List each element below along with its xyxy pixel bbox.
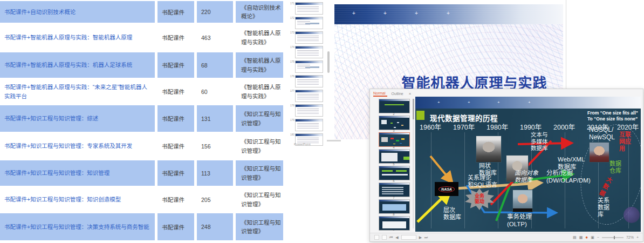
- book-name-cell: 《智能机器人原理与实践》: [236, 52, 283, 78]
- page-indicator-box[interactable]: [401, 235, 416, 240]
- slide-number-label: 179: [290, 119, 294, 122]
- courseware-title-link[interactable]: 书配课件+知识工程与知识管理：综述: [0, 105, 155, 132]
- table-row: 书配课件+知识工程与知识管理：综述 书配课件 131 《知识工程与知识管理》: [0, 105, 283, 132]
- slide-thumbnail-item[interactable]: 178: [290, 104, 324, 116]
- courseware-count-cell: 60: [197, 78, 233, 105]
- slide-thumbnail-item[interactable]: 9: [379, 216, 410, 231]
- table-row: 书配课件+自动识别技术概论 书配课件 220 《自动识别技术概论》: [0, 1, 283, 23]
- slide-thumbnail-item[interactable]: 172: [290, 17, 324, 28]
- courseware-type-cell: 书配课件: [157, 52, 194, 78]
- banner-plus-mark: +: [447, 11, 450, 16]
- label-internet-app: 互联 网应 用: [619, 131, 632, 153]
- label-rel-theory: 关系理论 和SQL语言: [468, 174, 497, 188]
- table-row: 书配课件+知识工程与知识管理：知识管理 书配课件 113 《知识工程与知识管理》: [0, 160, 283, 186]
- nav-first-icon[interactable]: ⏮: [389, 235, 393, 240]
- slide-number-label: 173: [290, 31, 294, 34]
- courseware-count-cell: 156: [197, 132, 233, 160]
- arrow-orange: [430, 156, 451, 181]
- slide-thumbnail-preview[interactable]: [295, 46, 323, 58]
- slide-thumbnail-preview[interactable]: [379, 183, 410, 197]
- slide-thumbnail-preview[interactable]: [295, 17, 323, 29]
- table-row: 书配课件+知识工程与知识管理：决策支持系统与商务智能 书配课件 248 《知识工…: [0, 213, 283, 240]
- record-icon[interactable]: ●: [585, 235, 588, 240]
- courseware-type-cell: 书配课件: [157, 78, 194, 105]
- courseware-title-link[interactable]: 书配课件+智能机器人原理与实践：智能机器人原理: [0, 23, 155, 52]
- slide-thumbnail-item[interactable]: 179: [290, 119, 324, 130]
- slide-thumbnail-preview[interactable]: [379, 216, 410, 231]
- book-name-cell: 《知识工程与知识管理》: [236, 105, 283, 132]
- nav-next-icon[interactable]: ▶: [419, 235, 422, 240]
- book-name-cell: 《智能机器人原理与实践》: [236, 78, 283, 105]
- app-status-text: PowerPoint: [294, 143, 311, 146]
- slide-thumbnail-preview[interactable]: [295, 2, 323, 15]
- slide-content-area: 现代数据管理的历程 From “One size fits all” To “O…: [415, 109, 641, 232]
- slide-number-label: 178: [290, 104, 294, 107]
- zoom-out-button[interactable]: −: [597, 235, 599, 239]
- label-rel-db: 关系 数据 库: [598, 197, 611, 219]
- banner-plus-mark: +: [437, 100, 440, 105]
- slide-thumbnail-item[interactable]: 7: [379, 183, 410, 199]
- slide-thumbnail-preview[interactable]: [379, 132, 410, 147]
- slide-thumbnail-item[interactable]: 177: [290, 90, 324, 101]
- thumbnail-scrollbar-thumb[interactable]: [413, 99, 414, 119]
- slide-thumbnail-preview[interactable]: [379, 166, 410, 180]
- courseware-title-link[interactable]: 书配课件+知识工程与知识管理：专家系统及其开发: [0, 132, 155, 160]
- book-name-cell: 《自动识别技术概论》: [236, 1, 283, 23]
- slide-thumbnail-preview[interactable]: [379, 116, 410, 130]
- slide-thumbnail-preview[interactable]: [295, 104, 323, 117]
- slide-thumbnail-item[interactable]: 175: [290, 60, 324, 72]
- slide-thumbnail-preview[interactable]: [295, 119, 323, 131]
- thumbnail-scrollbar[interactable]: [327, 51, 330, 73]
- courseware-count-cell: 131: [197, 105, 233, 132]
- pane-tabs: Normal Outline ×: [373, 90, 420, 97]
- book-name-cell: 《知识工程与知识管理》: [236, 132, 283, 160]
- zoom-in-button[interactable]: +: [636, 235, 639, 239]
- slide-number-label: 174: [290, 46, 294, 49]
- slide-thumbnail-preview[interactable]: [379, 149, 410, 164]
- courseware-title-link[interactable]: 书配课件+智能机器人原理与实践：“未来之星”智能机器人实践平台: [0, 78, 155, 105]
- nav-prev-icon[interactable]: ◀: [395, 235, 398, 240]
- slide-thumbnail-preview[interactable]: [379, 99, 410, 113]
- zoom-slider-handle[interactable]: [614, 236, 615, 239]
- slide-thumbnail-item[interactable]: 171: [290, 2, 324, 14]
- slide-banner: + + + +: [415, 97, 641, 109]
- zoom-slider[interactable]: [602, 237, 624, 238]
- slide-thumbnail-item[interactable]: 174: [290, 46, 324, 57]
- courseware-type-cell: 书配课件: [157, 105, 194, 132]
- courseware-type-cell: 书配课件: [157, 160, 194, 186]
- book-name-cell: 《智能机器人原理与实践》: [236, 23, 283, 52]
- nav-last-icon[interactable]: ⏭: [424, 235, 428, 240]
- courseware-count-cell: 220: [197, 1, 233, 23]
- slide-thumbnail-item[interactable]: 3: [379, 116, 410, 132]
- slide-thumbnail-item[interactable]: 6: [379, 166, 410, 183]
- courseware-title-link[interactable]: 书配课件+知识工程与知识管理：知识创造模型: [0, 186, 155, 213]
- slide-thumbnail-preview[interactable]: [379, 199, 410, 214]
- view-icon-small-2[interactable]: [382, 235, 387, 240]
- tab-outline[interactable]: Outline: [392, 92, 403, 96]
- slide-thumbnail-preview[interactable]: [295, 90, 323, 102]
- courseware-title-link[interactable]: 书配课件+自动识别技术概论: [0, 1, 155, 23]
- slide-thumbnail-preview[interactable]: [295, 31, 323, 44]
- courseware-title-link[interactable]: 书配课件+知识工程与知识管理：知识管理: [0, 160, 155, 186]
- view-sorter-icon[interactable]: ▦: [579, 235, 583, 240]
- banner-plus-mark: +: [352, 11, 355, 16]
- slide-thumbnail-item[interactable]: 173: [290, 31, 324, 43]
- table-row: 书配课件+知识工程与知识管理：知识创造模型 书配课件 205 《知识工程与知识管…: [0, 186, 283, 213]
- slide-thumbnail-item[interactable]: 8: [379, 199, 410, 216]
- slide-thumbnail-item[interactable]: 2: [379, 99, 410, 116]
- view-normal-icon[interactable]: ▤: [573, 235, 577, 240]
- slide-thumbnail-preview[interactable]: [295, 60, 323, 73]
- view-show-icon[interactable]: ▣: [591, 235, 594, 240]
- slide-thumbnail-item[interactable]: 5: [379, 149, 410, 166]
- banner-plus-mark: +: [415, 11, 418, 16]
- courseware-title-link[interactable]: 书配课件+智能机器人原理与实践：机器人足球系统: [0, 52, 155, 78]
- slide-thumbnail-item[interactable]: 4: [379, 132, 410, 149]
- slide-thumbnail-item[interactable]: 176: [290, 75, 324, 86]
- courseware-count-cell: 205: [197, 186, 233, 213]
- view-icon-small-1[interactable]: [374, 235, 379, 240]
- courseware-title-link[interactable]: 书配课件+知识工程与知识管理：决策支持系统与商务智能: [0, 213, 155, 240]
- slide-thumbnail-preview[interactable]: [295, 75, 323, 87]
- close-icon[interactable]: ×: [409, 91, 412, 96]
- courseware-count-cell: 463: [197, 23, 233, 52]
- tab-normal[interactable]: Normal: [373, 91, 387, 97]
